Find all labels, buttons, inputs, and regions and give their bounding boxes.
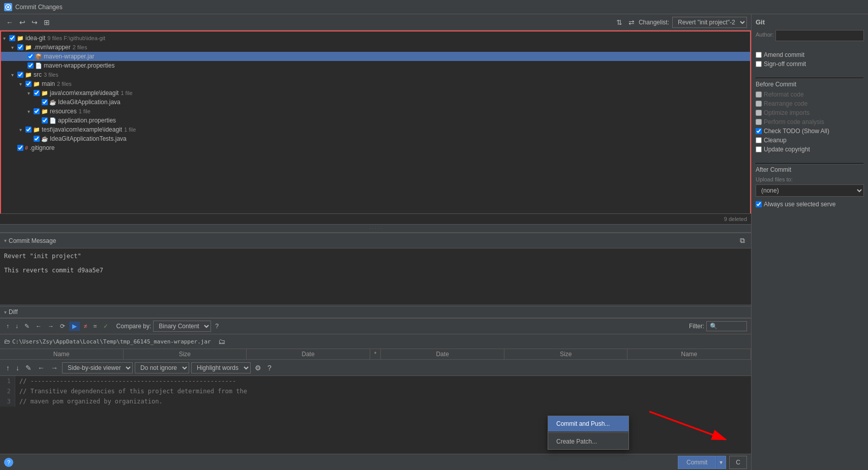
menu-item-commit-push[interactable]: Commit and Push... [548,416,628,431]
viewer-up-button[interactable]: ↑ [4,363,12,373]
group-button[interactable]: ⊞ [42,17,52,27]
undo-button[interactable]: ↩ [17,17,27,27]
window-title: Commit Changes [15,4,63,11]
diff-up-button[interactable]: ↑ [4,322,11,331]
tree-item-maven-props[interactable]: ▾ 📄 maven-wrapper.properties [1,61,750,70]
menu-separator [548,432,628,433]
amend-signoff-section: Amend commit Sign-off commit [756,49,864,70]
checkbox-test-path[interactable] [25,127,32,133]
file-path-bar: 🗁 C:\Users\Zsy\AppData\Local\Temp\tmp_66… [0,334,751,349]
diff-columns-header: Name Size Date * Date Size Name [0,349,751,360]
optimize-imports-checkbox[interactable] [756,110,762,116]
tree-item-maven-jar[interactable]: ▾ 📦 maven-wrapper.jar [1,52,750,61]
tree-item-ideagit-app[interactable]: ▾ ☕ IdeaGitApplication.java [1,98,750,107]
checkbox-idea-git[interactable] [9,35,15,41]
viewer-edit-button[interactable]: ✎ [23,363,34,373]
viewer-select[interactable]: Side-by-side viewer [62,362,133,373]
tree-item-gitignore[interactable]: ▾ # .gitignore [1,143,750,152]
diff-help-button[interactable]: ? [213,322,221,331]
update-copyright-label: Update copyright [764,146,810,153]
filemeta-src: 3 files [44,72,58,78]
java-test-icon: ☕ [41,136,48,142]
redo-button[interactable]: ↪ [29,17,40,27]
settings-button[interactable]: ⚙ [253,363,263,373]
checkbox-ideagit-app[interactable] [42,99,48,105]
tree-item-test-path[interactable]: ▾ 📁 test\java\com\example\ideagit 1 file [1,125,750,134]
checkbox-maven-props[interactable] [27,62,34,69]
menu-item-create-patch[interactable]: Create Patch... [548,434,628,449]
diff-content[interactable]: 1 // -----------------------------------… [0,376,751,454]
checkbox-app-props[interactable] [42,117,48,123]
always-use-checkbox[interactable] [756,201,762,207]
author-input[interactable] [775,30,864,41]
diff-notequal-button[interactable]: ≠ [82,322,89,331]
line-content-2: // Transitive dependencies of this proje… [15,386,251,396]
diff-equal-button[interactable]: = [92,322,99,331]
checkbox-mvn-wrapper[interactable] [17,44,23,50]
viewer-next-button[interactable]: → [49,363,60,373]
viewer-help-button[interactable]: ? [265,363,274,373]
check-todo-checkbox[interactable] [756,128,762,134]
diff-go-button[interactable]: ▶ [69,322,80,331]
filter-input[interactable] [706,321,747,331]
commit-message-textarea[interactable]: Revert "init project" This reverts commi… [0,248,751,304]
ignore-select[interactable]: Do not ignore [135,362,189,373]
checkbox-java-path[interactable] [34,90,40,96]
expand-all-button[interactable]: ⇅ [614,17,624,27]
signoff-commit-row: Sign-off commit [756,60,864,68]
viewer-prev-button[interactable]: ← [36,363,47,373]
expand-arrow-idea-git: ▾ [3,36,8,41]
diff-edit-button[interactable]: ✎ [22,322,32,331]
signoff-commit-checkbox[interactable] [756,61,762,67]
diff-accept-button[interactable]: ✓ [101,322,110,331]
tree-item-idea-git[interactable]: ▾ 📁 idea-git 9 files F:\github\idea-git [1,34,750,43]
amend-commit-checkbox[interactable] [756,52,762,58]
open-file-button[interactable]: 🗂 [216,336,227,347]
tree-item-java-path[interactable]: ▾ 📁 java\com\example\ideagit 1 file [1,88,750,98]
checkbox-ideagit-tests[interactable] [34,136,40,142]
line-num-2: 2 [0,386,15,396]
highlight-select[interactable]: Highlight words [191,362,251,373]
checkbox-main[interactable] [25,81,32,87]
tree-item-app-props[interactable]: ▾ 📄 application.properties [1,116,750,125]
compare-label: Compare by: [116,323,152,330]
checkbox-src[interactable] [17,72,23,78]
checkbox-resources[interactable] [34,108,40,114]
deleted-count: 9 deleted [724,216,747,222]
tree-item-mvn-wrapper[interactable]: ▾ 📁 .mvn\wrapper 2 files [1,43,750,52]
menu-item-create-patch-label: Create Patch... [556,438,597,445]
collapse-all-button[interactable]: ⇄ [626,17,637,27]
diff-refresh-button[interactable]: ⟳ [58,322,67,331]
cleanup-checkbox[interactable] [756,137,762,143]
perform-analysis-checkbox[interactable] [756,119,762,125]
tree-item-ideagit-tests[interactable]: ▾ ☕ IdeaGitApplicationTests.java [1,134,750,143]
checkbox-maven-jar[interactable] [27,53,34,59]
reformat-code-checkbox[interactable] [756,91,762,98]
compare-select[interactable]: Binary ContentText Content [153,321,211,332]
cancel-button[interactable]: C [729,456,747,469]
diff-prev-button[interactable]: ← [34,322,44,331]
changelist-select[interactable]: Revert "init project"-2Default Changelis… [672,17,747,28]
diff-line-1: 1 // -----------------------------------… [0,376,751,386]
rearrange-code-checkbox[interactable] [756,101,762,107]
file-tree-area[interactable]: ▾ 📁 idea-git 9 files F:\github\idea-git … [0,30,751,213]
upload-select[interactable]: (none) [756,184,864,197]
diff-arrow: ▾ [4,309,7,315]
diff-next-button[interactable]: → [46,322,56,331]
help-button[interactable]: ? [4,458,13,467]
commit-message-header[interactable]: ▾ Commit Message ⧉ [0,233,751,248]
update-copyright-checkbox[interactable] [756,146,762,152]
line-content-1: // -------------------------------------… [15,376,240,386]
diff-header[interactable]: ▾ Diff [0,306,751,318]
tree-item-main[interactable]: ▾ 📁 main 2 files [1,79,750,88]
diff-down-button[interactable]: ↓ [13,322,20,331]
commit-button[interactable]: Commit [678,456,716,469]
back-button[interactable]: ← [4,17,15,27]
tree-item-resources[interactable]: ▾ 📁 resources 1 file [1,107,750,116]
tree-item-src[interactable]: ▾ 📁 src 3 files [1,70,750,79]
copy-message-button[interactable]: ⧉ [738,235,747,246]
checkbox-gitignore[interactable] [17,145,23,151]
viewer-down-button[interactable]: ↓ [14,363,21,373]
commit-dropdown-button[interactable]: ▾ [716,456,726,469]
title-bar: Commit Changes [0,0,868,14]
